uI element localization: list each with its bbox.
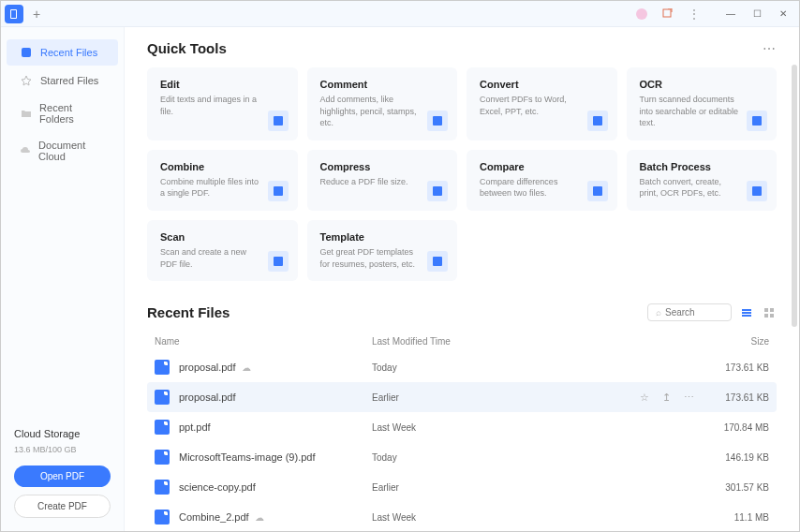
sidebar: Recent Files Starred Files Recent Folder… — [1, 27, 125, 531]
tool-desc: Edit texts and images in a file. — [160, 94, 263, 117]
sidebar-item-document-cloud[interactable]: Document Cloud — [7, 133, 118, 169]
file-size: 301.57 KB — [704, 482, 769, 493]
svg-rect-11 — [593, 186, 602, 196]
svg-rect-10 — [433, 186, 442, 196]
tool-card-scan[interactable]: ScanScan and create a new PDF file. — [147, 220, 298, 281]
minimize-button[interactable]: — — [719, 5, 743, 23]
tool-title: OCR — [640, 79, 764, 90]
content-area: Quick Tools ⋯ EditEdit texts and images … — [125, 27, 799, 531]
file-row[interactable]: ppt.pdfLast Week170.84 MB — [147, 412, 777, 442]
tool-card-edit[interactable]: EditEdit texts and images in a file. — [147, 67, 298, 140]
tool-icon — [268, 111, 289, 131]
star-icon[interactable]: ☆ — [640, 392, 649, 404]
tool-icon — [587, 181, 608, 201]
scrollbar[interactable] — [792, 65, 797, 327]
share-icon[interactable] — [659, 5, 677, 23]
sidebar-item-recent-files[interactable]: Recent Files — [7, 39, 118, 66]
file-row[interactable]: MicrosoftTeams-image (9).pdfToday146.19 … — [147, 442, 777, 472]
svg-rect-9 — [274, 186, 283, 196]
file-time: Today — [372, 362, 704, 373]
pdf-file-icon — [155, 450, 170, 465]
svg-rect-17 — [742, 315, 751, 317]
pdf-file-icon — [155, 360, 170, 375]
tool-desc: Compare differences between two files. — [480, 176, 583, 200]
maximize-button[interactable]: ☐ — [745, 5, 769, 23]
svg-rect-20 — [764, 314, 768, 318]
cloud-badge-icon: ☁ — [242, 362, 251, 373]
svg-rect-14 — [433, 257, 442, 266]
file-name: MicrosoftTeams-image (9).pdf — [179, 451, 372, 463]
svg-rect-19 — [770, 308, 774, 312]
file-name: ppt.pdf — [179, 421, 372, 433]
sidebar-item-starred-files[interactable]: Starred Files — [7, 67, 118, 94]
tool-icon — [587, 111, 608, 131]
svg-point-2 — [636, 8, 647, 20]
svg-rect-15 — [742, 309, 751, 311]
tool-card-comment[interactable]: CommentAdd comments, like highlights, pe… — [307, 67, 458, 140]
tool-title: Compress — [320, 161, 445, 172]
svg-rect-6 — [433, 116, 442, 126]
create-pdf-button[interactable]: Create PDF — [14, 495, 111, 518]
svg-rect-21 — [770, 314, 774, 318]
tool-icon — [427, 251, 448, 272]
tool-title: Edit — [160, 79, 285, 90]
file-row[interactable]: proposal.pdfEarlier☆↥⋯173.61 KB — [147, 382, 777, 412]
quick-tools-more-icon[interactable]: ⋯ — [763, 41, 777, 56]
sidebar-item-recent-folders[interactable]: Recent Folders — [7, 96, 118, 131]
quick-tools-title: Quick Tools — [147, 40, 227, 56]
file-time: Last Week — [372, 512, 704, 523]
file-size: 173.61 KB — [704, 392, 769, 403]
svg-rect-3 — [663, 9, 671, 17]
tool-card-convert[interactable]: ConvertConvert PDFs to Word, Excel, PPT,… — [467, 67, 617, 140]
upload-icon[interactable]: ↥ — [662, 392, 671, 404]
file-time: Today — [372, 452, 704, 463]
titlebar: + ⋮ — ☐ ✕ — [1, 1, 799, 27]
search-box[interactable]: ⌕ — [647, 303, 732, 321]
file-name: proposal.pdf☁ — [179, 362, 372, 373]
tool-desc: Reduce a PDF file size. — [320, 176, 423, 188]
tool-icon — [427, 111, 448, 131]
file-size: 146.19 KB — [704, 452, 769, 463]
tool-icon — [268, 251, 289, 272]
tool-card-compress[interactable]: CompressReduce a PDF file size. — [307, 150, 458, 211]
tool-card-ocr[interactable]: OCRTurn scanned documents into searchabl… — [627, 67, 778, 140]
sidebar-item-label: Document Cloud — [38, 140, 105, 162]
tool-title: Convert — [480, 79, 604, 90]
notification-icon[interactable] — [632, 5, 651, 23]
recent-files-title: Recent Files — [147, 304, 230, 320]
column-name: Name — [155, 336, 372, 347]
svg-rect-1 — [11, 10, 16, 18]
search-input[interactable] — [665, 307, 723, 318]
pdf-file-icon — [155, 510, 170, 525]
tool-icon — [747, 181, 767, 201]
svg-rect-7 — [593, 116, 602, 126]
close-button[interactable]: ✕ — [771, 5, 795, 23]
tools-grid: EditEdit texts and images in a file.Comm… — [147, 67, 777, 281]
menu-icon[interactable]: ⋮ — [685, 5, 704, 23]
tool-card-template[interactable]: TemplateGet great PDF templates for resu… — [307, 220, 458, 281]
tool-title: Batch Process — [640, 161, 764, 172]
file-time: Earlier☆↥⋯ — [372, 392, 704, 404]
sidebar-item-label: Starred Files — [40, 75, 98, 86]
tool-desc: Turn scanned documents into searchable o… — [640, 94, 743, 129]
tool-card-compare[interactable]: CompareCompare differences between two f… — [467, 150, 617, 211]
tool-card-combine[interactable]: CombineCombine multiple files into a sin… — [147, 150, 298, 211]
file-list: proposal.pdf☁Today173.61 KBproposal.pdfE… — [147, 352, 777, 531]
grid-view-icon[interactable] — [762, 305, 777, 320]
open-pdf-button[interactable]: Open PDF — [14, 466, 111, 487]
new-tab-button[interactable]: + — [27, 5, 46, 23]
tool-card-batch-process[interactable]: Batch ProcessBatch convert, create, prin… — [627, 150, 778, 211]
file-row[interactable]: science-copy.pdfEarlier301.57 KB — [147, 472, 777, 502]
tool-title: Scan — [160, 231, 285, 243]
pdf-file-icon — [155, 480, 170, 495]
svg-rect-5 — [274, 116, 283, 126]
svg-rect-13 — [274, 257, 283, 266]
file-time: Earlier — [372, 482, 704, 493]
file-row[interactable]: proposal.pdf☁Today173.61 KB — [147, 352, 777, 382]
storage-info: 13.6 MB/100 GB — [14, 445, 111, 454]
file-size: 11.1 MB — [704, 512, 769, 523]
list-view-icon[interactable] — [739, 305, 754, 320]
more-icon[interactable]: ⋯ — [684, 392, 694, 404]
svg-rect-18 — [764, 308, 768, 312]
file-row[interactable]: Combine_2.pdf☁Last Week11.1 MB — [147, 502, 777, 531]
